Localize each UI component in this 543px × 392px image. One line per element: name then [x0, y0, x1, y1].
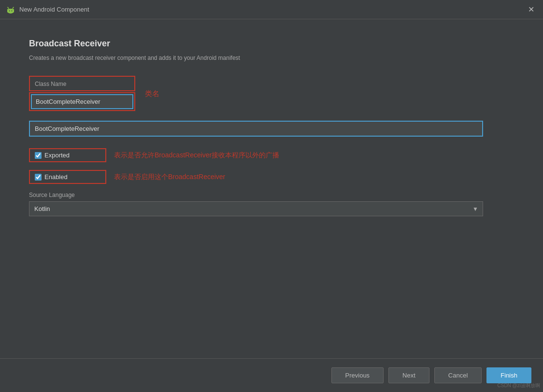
next-button[interactable]: Next — [388, 367, 429, 383]
source-language-group: Source Language Kotlin Java ▼ — [29, 192, 514, 216]
enabled-checkbox[interactable] — [35, 174, 42, 181]
class-name-label: Class Name — [35, 81, 66, 87]
watermark: CSDN @zi波啊放啊 — [498, 382, 541, 389]
source-language-select[interactable]: Kotlin Java — [29, 201, 483, 216]
exported-label: Exported — [44, 152, 70, 159]
svg-line-5 — [13, 7, 14, 9]
titlebar: New Android Component ✕ — [0, 0, 543, 19]
enabled-annotation: 表示是否启用这个BroadcastReceiver — [114, 173, 225, 182]
enabled-label: Enabled — [44, 173, 68, 181]
enabled-row: Enabled 表示是否启用这个BroadcastReceiver — [29, 170, 514, 184]
class-name-annotation: 类名 — [145, 89, 159, 98]
exported-checkbox[interactable] — [35, 152, 42, 159]
finish-button[interactable]: Finish — [486, 367, 531, 383]
description-text: Creates a new broadcast receiver compone… — [29, 55, 514, 61]
svg-point-2 — [9, 10, 10, 11]
dialog-footer: Previous Next Cancel Finish — [0, 358, 543, 392]
svg-rect-6 — [7, 9, 14, 10]
section-title: Broadcast Receiver — [29, 39, 514, 49]
svg-line-4 — [8, 7, 9, 9]
source-language-wrapper: Kotlin Java ▼ — [29, 201, 483, 216]
class-name-group: Class Name — [29, 76, 135, 111]
dialog-window: New Android Component ✕ Broadcast Receiv… — [0, 0, 543, 392]
dialog-content: Broadcast Receiver Creates a new broadca… — [0, 19, 543, 358]
close-button[interactable]: ✕ — [525, 4, 537, 15]
exported-row: Exported 表示是否允许BroadcastReceiver接收本程序以外的… — [29, 148, 514, 162]
android-icon — [6, 5, 15, 14]
previous-button[interactable]: Previous — [331, 367, 384, 383]
cancel-button[interactable]: Cancel — [434, 367, 482, 383]
exported-annotation: 表示是否允许BroadcastReceiver接收本程序以外的广播 — [114, 151, 279, 160]
class-name-wide-input[interactable] — [30, 122, 482, 136]
source-language-label: Source Language — [29, 192, 514, 198]
class-name-input[interactable] — [31, 94, 133, 109]
class-name-wide-wrapper — [29, 121, 483, 137]
svg-point-3 — [12, 10, 13, 11]
dialog-title: New Android Component — [19, 6, 525, 13]
